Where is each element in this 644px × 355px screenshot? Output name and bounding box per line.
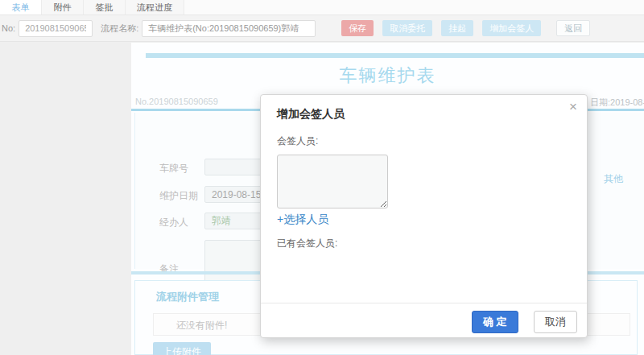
cancel-button[interactable]: 取消 [534,311,577,333]
tab-form[interactable]: 表单 [0,0,42,14]
back-button[interactable]: 返回 [556,20,590,36]
existing-countersigners-label: 已有会签人员: [277,237,571,250]
no-label: No: [2,23,15,33]
cancel-delegate-button[interactable]: 取消委托 [382,20,432,36]
form-date-text: 日期:2019-08-15 [590,97,644,109]
countersign-personnel-label: 会签人员: [277,135,318,147]
no-input[interactable] [19,20,93,37]
add-countersigner-button[interactable]: 增加会签人 [482,20,541,36]
save-button[interactable]: 保存 [341,20,374,36]
countersign-personnel-textarea[interactable] [277,155,388,208]
select-personnel-link[interactable]: +选择人员 [277,213,328,227]
modal-title: 增加会签人员 [277,107,345,120]
attachments-section-title: 流程附件管理 [156,290,219,304]
tab-signoff[interactable]: 签批 [84,0,126,14]
process-name-input[interactable] [142,20,316,37]
upload-attachment-button[interactable]: 上传附件 [153,342,211,355]
field-label-handler: 经办人 [159,216,188,229]
other-link[interactable]: 其他 [604,172,623,186]
process-name-label: 流程名称: [101,23,138,35]
suspend-button[interactable]: 挂起 [441,20,473,36]
card-top-accent-bar [146,53,644,58]
app-screen: 表单 附件 签批 流程进度 No: 流程名称: 保存 取消委托 挂起 增加会签人… [0,0,644,355]
confirm-button[interactable]: 确 定 [472,311,518,333]
toolbar: No: 流程名称: 保存 取消委托 挂起 增加会签人 返回 [0,15,644,42]
tab-process-progress[interactable]: 流程进度 [126,0,184,14]
close-icon[interactable]: × [569,100,577,114]
add-countersigner-modal: 增加会签人员 × 会签人员: +选择人员 已有会签人员: 确 定 取消 [260,94,588,338]
form-number-text: No.20190815090659 [135,97,218,106]
field-label-maintenance-date: 维护日期 [159,189,198,203]
tab-attachments[interactable]: 附件 [42,0,84,14]
modal-body: 会签人员: +选择人员 已有会签人员: [261,126,587,250]
tab-bar: 表单 附件 签批 流程进度 [0,0,644,15]
page-title: 车辆维护表 [131,64,644,88]
modal-header: 增加会签人员 × [261,95,587,126]
modal-footer: 确 定 取消 [261,303,587,337]
field-label-plate: 车牌号 [159,162,188,175]
